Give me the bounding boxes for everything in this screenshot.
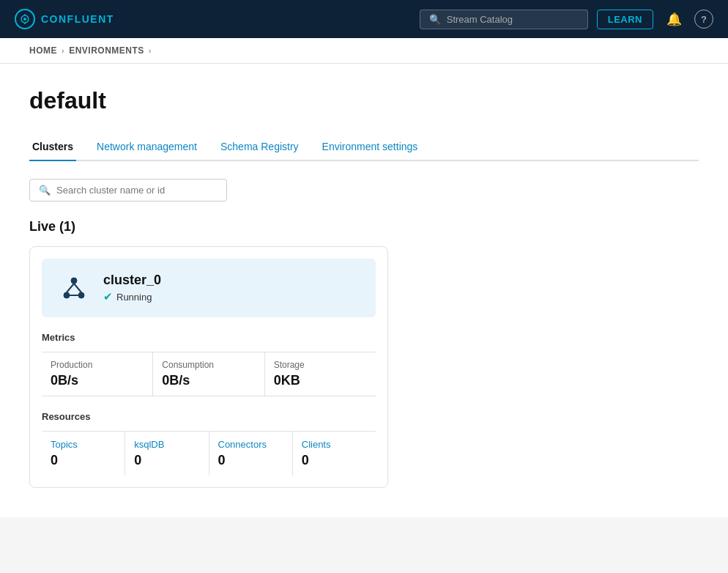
consumption-label: Consumption <box>162 360 264 370</box>
resource-ksqldb: ksqlDB 0 <box>125 432 209 476</box>
status-check-icon: ✔ <box>103 290 113 303</box>
cluster-card: cluster_0 ✔ Running Metrics Production 0… <box>29 246 388 488</box>
production-label: Production <box>51 360 152 370</box>
cluster-name: cluster_0 <box>103 273 161 288</box>
header: CONFLUENT 🔍 Stream Catalog LEARN 🔔 ? <box>0 0 728 38</box>
cluster-search-box[interactable]: 🔍 <box>29 179 227 202</box>
learn-button[interactable]: LEARN <box>597 10 653 29</box>
logo-icon <box>15 9 35 29</box>
breadcrumb-sep-1: › <box>62 46 64 55</box>
breadcrumb-environments[interactable]: ENVIRONMENTS <box>69 45 144 56</box>
search-input[interactable] <box>56 185 218 196</box>
resource-connectors: Connectors 0 <box>209 432 293 476</box>
breadcrumb-home[interactable]: HOME <box>29 45 57 56</box>
bell-icon: 🔔 <box>666 12 682 27</box>
storage-label: Storage <box>274 360 376 370</box>
topics-link[interactable]: Topics <box>51 439 125 450</box>
clients-value: 0 <box>302 453 376 468</box>
cluster-header-block[interactable]: cluster_0 ✔ Running <box>42 259 376 317</box>
metric-storage: Storage 0KB <box>265 352 376 396</box>
logo-text: CONFLUENT <box>41 13 114 25</box>
notifications-button[interactable]: 🔔 <box>662 7 686 31</box>
storage-value: 0KB <box>274 373 376 388</box>
tab-schema-registry[interactable]: Schema Registry <box>218 133 302 161</box>
metric-consumption: Consumption 0B/s <box>153 352 264 396</box>
breadcrumb-sep-2: › <box>149 46 152 55</box>
live-section-title: Live (1) <box>29 219 699 234</box>
production-value: 0B/s <box>51 373 152 388</box>
metrics-label: Metrics <box>42 332 376 343</box>
breadcrumb: HOME › ENVIRONMENTS › <box>0 38 728 64</box>
resource-clients: Clients 0 <box>293 432 376 476</box>
stream-catalog-label: Stream Catalog <box>447 14 513 25</box>
svg-point-5 <box>64 292 70 298</box>
metrics-row: Production 0B/s Consumption 0B/s Storage… <box>42 352 376 396</box>
tab-environment-settings[interactable]: Environment settings <box>319 133 421 161</box>
cluster-status-row: ✔ Running <box>103 290 161 303</box>
logo: CONFLUENT <box>15 9 114 29</box>
connectors-link[interactable]: Connectors <box>218 439 292 450</box>
consumption-value: 0B/s <box>162 373 264 388</box>
metric-production: Production 0B/s <box>42 352 153 396</box>
resources-section: Resources Topics 0 ksqlDB 0 Connectors 0… <box>42 411 376 476</box>
tabs: Clusters Network management Schema Regis… <box>29 132 699 161</box>
ksqldb-value: 0 <box>134 453 208 468</box>
svg-point-1 <box>23 18 26 21</box>
tab-network-management[interactable]: Network management <box>94 133 200 161</box>
search-icon: 🔍 <box>429 14 441 25</box>
help-icon: ? <box>701 14 707 25</box>
cluster-search-wrap: 🔍 <box>29 179 699 202</box>
search-icon-sm: 🔍 <box>39 185 51 196</box>
clients-link[interactable]: Clients <box>302 439 376 450</box>
tab-clusters[interactable]: Clusters <box>29 133 76 161</box>
main-content: default Clusters Network management Sche… <box>0 64 728 517</box>
svg-point-6 <box>78 292 84 298</box>
ksqldb-link[interactable]: ksqlDB <box>134 439 208 450</box>
cluster-status: Running <box>116 292 152 303</box>
svg-point-4 <box>71 278 77 284</box>
help-button[interactable]: ? <box>694 10 713 29</box>
stream-catalog-search[interactable]: 🔍 Stream Catalog <box>420 10 588 29</box>
resources-label: Resources <box>42 411 376 422</box>
cluster-info: cluster_0 ✔ Running <box>103 273 161 303</box>
resource-topics: Topics 0 <box>42 432 125 476</box>
svg-line-7 <box>67 284 74 292</box>
metrics-section: Metrics Production 0B/s Consumption 0B/s… <box>42 332 376 396</box>
connectors-value: 0 <box>218 453 292 468</box>
svg-line-8 <box>74 284 81 292</box>
topics-value: 0 <box>51 453 125 468</box>
cluster-icon <box>56 270 92 306</box>
page-title: default <box>29 87 699 114</box>
resources-row: Topics 0 ksqlDB 0 Connectors 0 Clients 0 <box>42 431 376 476</box>
